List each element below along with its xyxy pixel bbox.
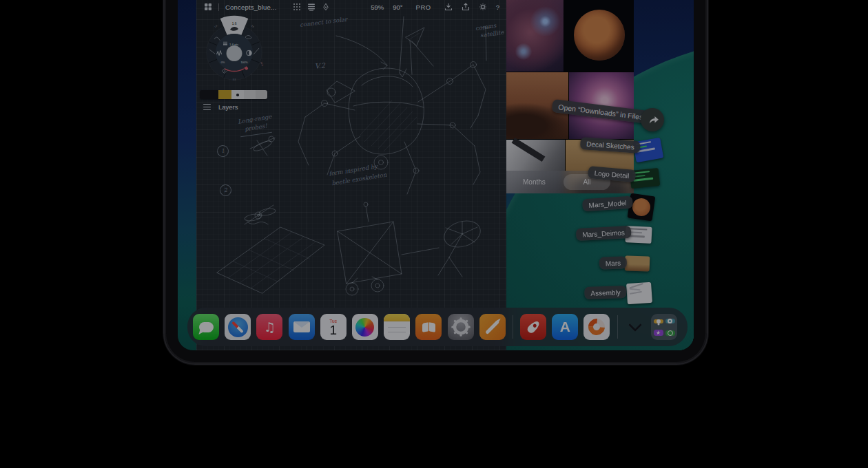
projects-grid-icon[interactable] — [204, 3, 212, 11]
rocket-icon — [526, 319, 541, 334]
calendar-day: 1 — [329, 323, 337, 337]
opacity-min-label: 0% — [221, 61, 225, 64]
clock-mini-icon — [665, 330, 675, 336]
notes-app-icon[interactable] — [384, 314, 410, 340]
appstore-a-glyph: A — [560, 319, 570, 335]
drag-thumb-assembly-sketch[interactable] — [626, 282, 652, 304]
messages-app-icon[interactable] — [193, 314, 219, 340]
music-app-icon[interactable]: ♫ — [256, 314, 282, 340]
camera-mini-icon — [665, 319, 675, 323]
envelope-icon — [293, 321, 310, 333]
drag-item-label[interactable]: Assembly — [584, 286, 627, 299]
precision-grid-icon[interactable] — [293, 3, 301, 11]
books-app-icon[interactable] — [415, 314, 442, 340]
dock-collapse-button[interactable] — [625, 314, 645, 340]
tool-size-red: 14.5 — [260, 61, 264, 67]
swatch-black[interactable] — [200, 90, 218, 99]
compass-icon — [228, 317, 248, 337]
wheel-center-knob[interactable] — [227, 45, 242, 61]
share-button[interactable] — [641, 108, 664, 131]
speech-bubble-icon — [199, 322, 214, 332]
segment-months[interactable]: Months — [523, 178, 546, 186]
dock-divider — [617, 315, 618, 339]
active-tool-size: 1.6 — [232, 22, 237, 25]
layers-menu-icon — [203, 104, 211, 110]
c-app-icon[interactable] — [583, 314, 610, 340]
tool-size-bottom: 8.8 — [233, 78, 236, 81]
photo-horsehead-nebula[interactable] — [506, 0, 564, 72]
pro-badge[interactable]: PRO — [416, 3, 431, 11]
app-store-icon[interactable]: A — [552, 314, 578, 340]
ipad-screen: connect to solar comms satellite V.2 Lon… — [178, 0, 694, 350]
drawing-app-icon[interactable] — [479, 314, 506, 340]
document-title[interactable]: Concepts_blue... — [225, 3, 277, 11]
settings-app-icon[interactable] — [448, 314, 474, 340]
concepts-app-window: connect to solar comms satellite V.2 Lon… — [196, 0, 506, 350]
tool-size-left: 1.3 — [214, 24, 218, 28]
star-mini-icon: ★ — [654, 330, 663, 336]
swatch-gray[interactable] — [244, 90, 256, 99]
concepts-toolbar: Concepts_blue... 59% 90° PRO — [196, 0, 506, 14]
rocket-app-icon[interactable] — [520, 314, 546, 340]
c-ring-icon — [586, 315, 609, 339]
import-icon[interactable] — [444, 3, 453, 11]
photo-mars-planet[interactable] — [564, 0, 634, 72]
music-note-icon: ♫ — [264, 319, 276, 334]
safari-app-icon[interactable] — [225, 314, 251, 340]
share-arrow-icon — [646, 114, 659, 127]
swatch-gold[interactable] — [218, 90, 231, 99]
tool-size-right: 3.5 — [251, 24, 255, 28]
layers-panel-header[interactable]: Layers — [203, 103, 238, 111]
flower-icon — [355, 318, 374, 337]
selected-swatch-dot — [236, 94, 239, 96]
tips-mini-icon — [654, 319, 663, 323]
gear-icon — [451, 317, 471, 337]
zoom-level[interactable]: 59% — [371, 3, 384, 11]
mail-app-icon[interactable] — [289, 314, 315, 340]
tool-wheel[interactable]: 1.6 1.3 3.5 14.5 8.8 1.6 pts 0% 100% — [200, 15, 269, 87]
dock: ♫ Tue 1 A ★ — [187, 308, 688, 346]
rotation-angle[interactable]: 90° — [393, 3, 402, 11]
toolbar-separator — [218, 3, 219, 11]
color-palette-strip[interactable] — [200, 90, 267, 99]
help-button[interactable]: ? — [496, 3, 499, 11]
annotation-version: V.2 — [315, 61, 326, 70]
drag-item-label[interactable]: Mars — [599, 256, 628, 269]
swatch-silver[interactable] — [256, 90, 267, 99]
calendar-app-icon[interactable]: Tue 1 — [320, 314, 347, 340]
layers-panel-title: Layers — [218, 103, 238, 111]
pen-tool-icon[interactable] — [322, 3, 330, 11]
dock-divider — [513, 315, 513, 339]
layers-list-icon[interactable] — [307, 3, 316, 11]
export-share-icon[interactable] — [462, 3, 470, 11]
open-book-icon — [422, 323, 435, 332]
pen-icon — [485, 320, 499, 334]
opacity-max-label: 100% — [240, 61, 248, 64]
app-library-icon[interactable]: ★ — [651, 314, 677, 340]
drag-thumb-mars-photo[interactable] — [625, 255, 650, 271]
photos-app-icon[interactable] — [352, 314, 378, 340]
photos-app-window: Months All — [506, 0, 634, 193]
settings-gear-icon[interactable] — [479, 3, 487, 11]
chevron-down-icon — [628, 318, 642, 332]
